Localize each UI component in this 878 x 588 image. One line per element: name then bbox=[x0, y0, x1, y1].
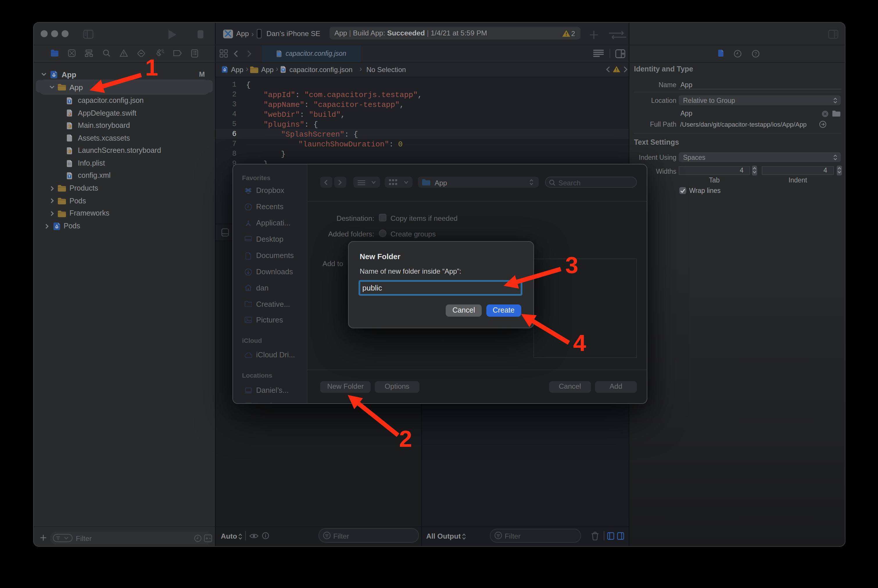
svg-text:?: ? bbox=[754, 51, 757, 56]
